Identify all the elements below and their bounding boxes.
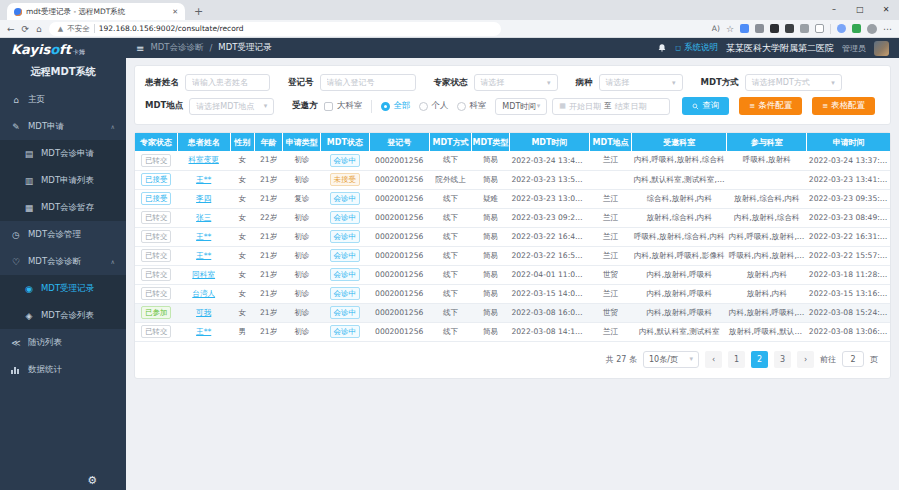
- patient-name-link[interactable]: 可我: [196, 308, 211, 317]
- big-dept-checkbox[interactable]: [324, 102, 333, 111]
- bell-icon[interactable]: [657, 43, 667, 53]
- time-field-select[interactable]: MDT时间 ▾: [495, 98, 547, 115]
- sidebar-item-mdt-diagnosis[interactable]: ♡ MDT会诊诊断 ∧: [0, 248, 126, 275]
- clock-icon: ◷: [11, 230, 21, 240]
- mdt-place-cell: 兰江: [589, 284, 631, 303]
- invited-depts-cell: 综合科,放射科,内科: [632, 189, 727, 208]
- close-icon[interactable]: ✕: [873, 0, 899, 19]
- favorite-star-icon[interactable]: ☆: [726, 24, 734, 34]
- search-button[interactable]: 查询: [682, 97, 729, 115]
- sidebar-item-mdt-consult-list[interactable]: ◈ MDT会诊列表: [0, 302, 126, 329]
- sidebar-item-statistics[interactable]: 数据统计: [0, 356, 126, 383]
- patient-name-link[interactable]: 王**: [196, 175, 211, 184]
- mdt-place-label: MDT地点: [145, 100, 183, 112]
- patient-name-link[interactable]: 同科室: [192, 270, 215, 279]
- sidebar-item-mdt-manage[interactable]: ◷ MDT会诊管理: [0, 221, 126, 248]
- column-header: 患者姓名: [177, 133, 230, 151]
- radio-dept[interactable]: [457, 102, 466, 111]
- next-page-button[interactable]: ›: [797, 351, 814, 368]
- home-icon[interactable]: ⌂: [36, 24, 42, 34]
- column-header: MDT方式: [429, 133, 471, 151]
- sidebar-item-mdt-consult-apply[interactable]: ▤ MDT会诊申请: [0, 140, 126, 167]
- table-row: 已转交 王** 女 21岁 初诊 会诊中 0002001256 线下 简易 20…: [135, 246, 890, 265]
- patient-name-link[interactable]: 台湾人: [192, 289, 215, 298]
- disease-label: 病种: [576, 77, 593, 89]
- mdt-status-badge: 未接受: [330, 173, 361, 186]
- patient-name-label: 患者姓名: [145, 77, 179, 89]
- column-header: MDT状态: [321, 133, 369, 151]
- goto-label: 前往: [820, 354, 836, 365]
- patient-name-link[interactable]: 张三: [196, 213, 211, 222]
- collapse-menu-icon[interactable]: ≡: [136, 43, 144, 54]
- search-icon: [692, 103, 699, 110]
- sidebar-item-mdt-apply[interactable]: ✎ MDT申请 ∧: [0, 113, 126, 140]
- page-button-1[interactable]: 1: [728, 351, 745, 368]
- more-menu-icon[interactable]: ⋯: [883, 24, 892, 34]
- date-range-picker[interactable]: ▦ 开始日期 至 结束日期: [552, 98, 670, 115]
- browser-essentials-icon[interactable]: [852, 24, 861, 33]
- invited-depts-cell: 呼吸科,放射科,综合科,内科: [632, 227, 727, 246]
- split-screen-icon[interactable]: [815, 24, 824, 33]
- expert-status-select[interactable]: 请选择 ▾: [474, 74, 558, 91]
- extension-icon[interactable]: [755, 24, 764, 33]
- joined-depts-cell: 放射科,综合科,内科: [727, 189, 807, 208]
- system-help-link[interactable]: ◻ 系统说明: [675, 42, 718, 54]
- joined-depts-cell: 内科,放射科,呼吸科,测试科室: [727, 303, 807, 322]
- radio-personal[interactable]: [419, 102, 428, 111]
- register-no-input[interactable]: [320, 74, 416, 91]
- patient-name-input[interactable]: [185, 74, 270, 91]
- breadcrumb-section: MDT会诊诊断: [150, 42, 203, 54]
- refresh-icon[interactable]: ⟳: [22, 24, 30, 34]
- minimize-icon[interactable]: –: [821, 0, 847, 19]
- radio-all[interactable]: [381, 102, 390, 111]
- radio-all-label: 全部: [393, 100, 410, 112]
- url-field[interactable]: ▲ 不安全 192.168.0.156:9002/consultate/reco…: [49, 22, 501, 36]
- apply-time-cell: 2022-03-24 13:37:44: [807, 151, 890, 170]
- patient-name-link[interactable]: 王**: [196, 327, 211, 336]
- back-icon[interactable]: ←: [7, 24, 15, 34]
- sidebar-item-home[interactable]: ⌂ 主页: [0, 86, 126, 113]
- patient-name-link[interactable]: 李四: [196, 194, 211, 203]
- sidebar-item-mdt-record[interactable]: ◉ MDT受理记录: [0, 275, 126, 302]
- user-avatar[interactable]: [874, 41, 889, 56]
- mdt-place-select[interactable]: 请选择MDT地点 ▾: [189, 98, 274, 115]
- column-header: 年龄: [254, 133, 283, 151]
- page-size-select[interactable]: 10条/页 ▾: [643, 351, 699, 368]
- extension-icon[interactable]: [800, 24, 809, 33]
- mdt-type-cell: 简易: [472, 322, 510, 341]
- sidebar-item-mdt-consult-draft[interactable]: ▦ MDT会诊暂存: [0, 194, 126, 221]
- tab-close-icon[interactable]: ✕: [172, 8, 178, 16]
- copilot-icon[interactable]: [837, 24, 846, 33]
- breadcrumb-separator: /: [209, 43, 212, 53]
- browser-toolbar-icons: A) ☆ ⋯: [712, 24, 892, 34]
- new-tab-button[interactable]: +: [194, 5, 203, 18]
- profile-avatar[interactable]: [867, 24, 877, 34]
- browser-tab-bar: mdt受理记录 - 远程MDT系统 ✕ + – □ ✕: [0, 0, 899, 20]
- page-button-3[interactable]: 3: [774, 351, 791, 368]
- patient-name-link[interactable]: 王**: [196, 251, 211, 260]
- sidebar-item-followup-list[interactable]: ≪ 随访列表: [0, 329, 126, 356]
- age-cell: 22岁: [254, 208, 283, 227]
- column-header: 性别: [230, 133, 254, 151]
- patient-name-link[interactable]: 科室变更: [189, 155, 219, 164]
- filter-row-1: 患者姓名 登记号 专家状态 请选择 ▾ 病种: [145, 74, 880, 91]
- chevron-up-icon: ∧: [111, 258, 115, 265]
- read-aloud-icon[interactable]: A): [712, 24, 720, 33]
- prev-page-button[interactable]: ‹: [705, 351, 722, 368]
- disease-select[interactable]: 请选择 ▾: [599, 74, 683, 91]
- gear-icon[interactable]: ⚙: [87, 474, 97, 487]
- condition-config-button[interactable]: ≡ 条件配置: [739, 97, 802, 115]
- mdt-mode-select[interactable]: 请选择MDT方式 ▾: [745, 74, 842, 91]
- maximize-icon[interactable]: □: [847, 0, 873, 19]
- table-config-button[interactable]: ≡ 表格配置: [812, 97, 875, 115]
- table-row: 已参加 可我 女 21岁 初诊 会诊中 0002001256 线下 简易 202…: [135, 303, 890, 322]
- sidebar-item-mdt-apply-list[interactable]: ▥ MDT申请列表: [0, 167, 126, 194]
- goto-page-input[interactable]: [842, 351, 864, 367]
- extension-icon[interactable]: [785, 24, 794, 33]
- patient-name-link[interactable]: 王**: [196, 232, 211, 241]
- column-header: 专家状态: [135, 133, 177, 151]
- page-button-2[interactable]: 2: [751, 351, 768, 368]
- extension-icon[interactable]: [740, 24, 749, 33]
- extension-icon[interactable]: [770, 24, 779, 33]
- browser-tab[interactable]: mdt受理记录 - 远程MDT系统 ✕: [7, 3, 185, 20]
